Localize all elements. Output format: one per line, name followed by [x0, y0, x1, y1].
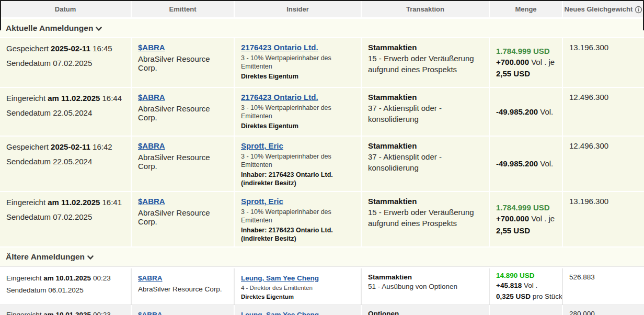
security-type: Stammaktien [368, 141, 482, 150]
insider-role: 4 - Direktor des Emittenten [241, 284, 334, 292]
amount-usd: 1.784.999 USD [496, 47, 556, 55]
chevron-down-icon [87, 255, 94, 260]
send-date: Sendedatum 07.02.2025 [6, 212, 124, 221]
security-type: Stammaktien [368, 43, 482, 52]
table-row: Gespeichert 2025-02-11 16:45 Sendedatum … [0, 38, 644, 87]
amount-volume: +45.818 Vol . [496, 281, 556, 290]
new-balance: 13.196.300 [562, 38, 644, 87]
issuer-name: AbraSilver Resource Corp. [138, 104, 227, 122]
amount-cell: 1.784.999 USD +700.000 Vol . je 2,55 USD [489, 38, 562, 87]
amount-cell [489, 305, 562, 315]
filing-date: Eingereicht am 11.02.2025 16:41 [6, 197, 124, 209]
section-header-aktuelle-anmeldungen[interactable]: Aktuelle Anmeldungen [0, 19, 644, 37]
col-header-datum[interactable]: Datum [0, 1, 131, 17]
amount-usd: 1.784.999 USD [496, 203, 556, 212]
table-row: Gespeichert 2025-02-11 16:42 Sendedatum … [0, 137, 644, 191]
col-header-menge[interactable]: Menge [489, 1, 562, 17]
section-title: Aktuelle Anmeldungen [6, 24, 93, 33]
security-type: Optionen [368, 310, 482, 315]
amount-usd: 14.890 USD [496, 272, 556, 279]
table-row: Eingereicht am 11.02.2025 16:41 Sendedat… [0, 192, 644, 246]
security-type: Stammaktien [368, 197, 482, 206]
transaction-type: 51 - Ausübung von Optionen [368, 282, 482, 292]
ownership-type: Direktes Eigentum [241, 122, 354, 130]
filing-date: Eingereicht am 11.02.2025 16:44 [6, 93, 124, 105]
screenshot-left-edge [0, 0, 1, 30]
filing-date: Gespeichert 2025-02-11 16:42 [6, 141, 124, 153]
table-header: Datum Emittent Insider Transaktion Menge… [0, 1, 644, 17]
send-date: Sendedatum 07.02.2025 [6, 59, 124, 68]
issuer-name: AbraSilver Resource Corp. [138, 208, 227, 226]
col-header-transaktion[interactable]: Transaktion [361, 1, 489, 17]
amount-cell: -49.985.200 Vol. [489, 88, 562, 136]
amount-price: 2,55 USD [496, 226, 556, 236]
new-balance: 13.196.300 [562, 192, 644, 246]
send-date: Sendedatum 06.01.2025 [6, 286, 124, 294]
insider-role: 3 - 10% Wertpapierinhaber des Emittenten [241, 104, 334, 121]
col-header-insider[interactable]: Insider [234, 1, 361, 17]
ticker-link[interactable]: $ABRA [138, 93, 165, 102]
ownership-type: Direktes Eigentum [241, 72, 354, 81]
transaction-type: 15 - Erwerb oder Veräußerung aufgrund ei… [368, 53, 482, 75]
section-title: Ältere Anmeldungen [6, 252, 85, 262]
insider-link[interactable]: Sprott, Eric [241, 197, 283, 206]
filing-date: Eingereicht am 10.01.2025 00:23 [6, 273, 124, 284]
table-row: Eingereicht am 10.01.2025 00:23 Sendedat… [0, 268, 644, 305]
insider-link[interactable]: 2176423 Ontario Ltd. [241, 43, 318, 52]
new-balance: 526.883 [562, 268, 644, 305]
new-balance: 12.496.300 [562, 137, 644, 191]
ownership-type: Direktes Eigentum [241, 293, 354, 301]
amount-cell: 1.784.999 USD +700.000 Vol . je 2,55 USD [489, 192, 562, 246]
transaction-type: 37 - Aktiensplit oder -konsolidierung [368, 151, 482, 173]
col-header-neues-gleichgewicht[interactable]: Neues Gleichgewicht [562, 1, 644, 17]
amount-volume: -49.985.200 Vol. [496, 107, 556, 117]
issuer-name: AbraSilver Resource Corp. [138, 54, 227, 72]
chevron-down-icon [96, 27, 102, 31]
col-header-label: Neues Gleichgewicht [565, 5, 633, 13]
ticker-link[interactable]: $ABRA [138, 197, 165, 206]
security-type: Stammaktien [368, 93, 482, 102]
insider-link[interactable]: Leung, Sam Yee Cheng [241, 311, 319, 315]
ticker-link[interactable]: $ABRA [138, 43, 165, 52]
filing-date: Gespeichert 2025-02-11 16:45 [6, 43, 124, 55]
amount-cell: 14.890 USD +45.818 Vol . 0,325 USD pro S… [489, 268, 562, 305]
amount-price: 2,55 USD [496, 69, 556, 79]
send-date: Sendedatum 22.05.2024 [6, 157, 124, 166]
amount-price: 0,325 USD pro Stück [496, 292, 556, 301]
issuer-name: AbraSilver Resource Corp. [138, 285, 227, 293]
ownership-type: Inhaber: 2176423 Ontario Ltd. (indirekte… [241, 171, 354, 188]
section-header-aeltere-anmeldungen[interactable]: Ältere Anmeldungen [0, 248, 644, 267]
ownership-type: Inhaber: 2176423 Ontario Ltd. (indirekte… [241, 226, 354, 243]
col-header-emittent[interactable]: Emittent [131, 1, 234, 17]
new-balance: 12.496.300 [562, 88, 644, 136]
new-balance: 280.000 [562, 305, 644, 315]
insider-role: 3 - 10% Wertpapierinhaber des Emittenten [241, 152, 334, 170]
transaction-type: 15 - Erwerb oder Veräußerung aufgrund ei… [368, 207, 482, 229]
amount-volume: +700.000 Vol . je [496, 213, 556, 224]
insider-link[interactable]: Sprott, Eric [241, 141, 283, 150]
ticker-link[interactable]: $ABRA [138, 311, 163, 315]
issuer-name: AbraSilver Resource Corp. [138, 153, 227, 171]
filing-date: Eingereicht am 10.01.2025 00:23 [6, 310, 124, 315]
amount-volume: +700.000 Vol . je [496, 57, 556, 68]
ticker-link[interactable]: $ABRA [138, 141, 165, 150]
transaction-type: 37 - Aktiensplit oder -konsolidierung [368, 103, 482, 125]
ticker-link[interactable]: $ABRA [138, 274, 163, 282]
screenshot-top-edge [0, 0, 644, 1]
amount-volume: -49.985.200 Vol. [496, 159, 556, 169]
table-row: Eingereicht am 11.02.2025 16:44 Sendedat… [0, 88, 644, 136]
insider-link[interactable]: 2176423 Ontario Ltd. [241, 93, 318, 102]
amount-cell: -49.985.200 Vol. [489, 137, 562, 191]
insider-role: 3 - 10% Wertpapierinhaber des Emittenten [241, 54, 334, 71]
send-date: Sendedatum 22.05.2024 [6, 108, 124, 117]
table-row: Eingereicht am 10.01.2025 00:23 $ABRA Le… [0, 305, 644, 315]
info-icon[interactable] [635, 6, 642, 14]
insider-role: 3 - 10% Wertpapierinhaber des Emittenten [241, 208, 334, 225]
security-type: Stammaktien [368, 273, 482, 281]
insider-link[interactable]: Leung, Sam Yee Cheng [241, 274, 319, 282]
